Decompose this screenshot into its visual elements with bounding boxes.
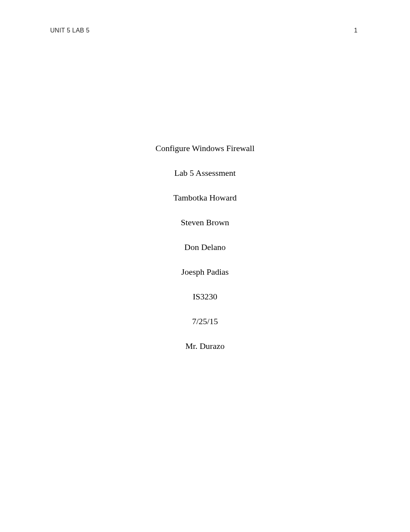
document-subtitle: Lab 5 Assessment — [175, 169, 236, 177]
page-header: UNIT 5 LAB 5 1 — [50, 27, 360, 34]
instructor-line: Mr. Durazo — [185, 342, 224, 350]
author-line: Don Delano — [185, 243, 226, 252]
author-line: Steven Brown — [181, 218, 229, 227]
running-head: UNIT 5 LAB 5 — [50, 27, 90, 34]
date-line: 7/25/15 — [192, 317, 218, 326]
author-line: Tambotka Howard — [173, 194, 237, 202]
page: UNIT 5 LAB 5 1 Configure Windows Firewal… — [0, 0, 410, 532]
course-code: IS3230 — [193, 292, 217, 301]
page-number: 1 — [354, 27, 360, 34]
author-line: Joesph Padias — [181, 268, 229, 276]
title-page-content: Configure Windows Firewall Lab 5 Assessm… — [50, 144, 360, 350]
document-title: Configure Windows Firewall — [156, 144, 255, 153]
